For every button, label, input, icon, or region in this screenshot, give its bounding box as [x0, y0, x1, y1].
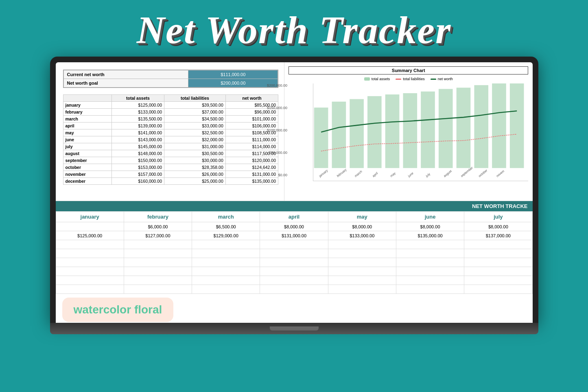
- col-total-liabilities: total liabilities: [164, 95, 226, 102]
- summary-chart-svg: january february march april may june ju…: [313, 83, 528, 181]
- col-total-assets: total assets: [111, 95, 164, 102]
- legend-liabilities: total liabilities: [403, 77, 425, 81]
- legend-networth: net worth: [438, 77, 453, 81]
- svg-text:march: march: [354, 169, 363, 178]
- svg-rect-4: [385, 94, 400, 168]
- svg-text:may: may: [390, 171, 396, 178]
- net-worth-goal-label: Net worth goal: [63, 79, 188, 88]
- svg-text:august: august: [443, 169, 452, 178]
- net-worth-summary: Current net worth $111,000.00 Net worth …: [63, 70, 279, 88]
- svg-rect-7: [439, 89, 453, 168]
- svg-rect-9: [474, 85, 488, 168]
- current-net-worth-value: $111,000.00: [188, 70, 278, 79]
- tracker-table: januaryfebruarymarchaprilmayjunejuly $6,…: [56, 211, 533, 294]
- monthly-table: total assets total liabilities net worth…: [63, 94, 279, 185]
- svg-rect-3: [367, 96, 382, 168]
- y-axis-labels: $200,000.00 $150,000.00 $100,000.00 $50,…: [265, 83, 287, 177]
- svg-rect-5: [403, 93, 418, 168]
- legend-assets: total assets: [372, 77, 390, 81]
- svg-text:february: february: [336, 168, 347, 178]
- svg-text:june: june: [407, 171, 414, 178]
- net-worth-goal-value: $200,000.00: [188, 79, 278, 88]
- svg-rect-0: [314, 107, 328, 168]
- page-title: Net Worth Tracker: [0, 0, 588, 57]
- svg-text:april: april: [372, 171, 378, 178]
- svg-text:novem: novem: [496, 169, 505, 178]
- current-net-worth-label: Current net worth: [63, 70, 188, 79]
- watercolor-badge: watercolor floral: [62, 298, 174, 322]
- svg-rect-11: [510, 83, 524, 168]
- laptop-base: [50, 323, 538, 334]
- svg-rect-1: [332, 102, 346, 168]
- chart-legend: total assets total liabilities net worth: [289, 77, 528, 81]
- svg-text:october: october: [478, 168, 488, 178]
- svg-text:january: january: [318, 169, 328, 178]
- svg-rect-6: [421, 92, 435, 168]
- svg-rect-8: [457, 88, 471, 168]
- watercolor-label: watercolor floral: [74, 303, 162, 316]
- svg-rect-2: [350, 99, 364, 168]
- chart-title: Summary Chart: [289, 66, 528, 74]
- svg-rect-10: [492, 83, 506, 168]
- svg-text:july: july: [425, 172, 431, 178]
- tracker-header: NET WORTH TRACKE: [56, 201, 533, 211]
- laptop-notch: [270, 326, 319, 331]
